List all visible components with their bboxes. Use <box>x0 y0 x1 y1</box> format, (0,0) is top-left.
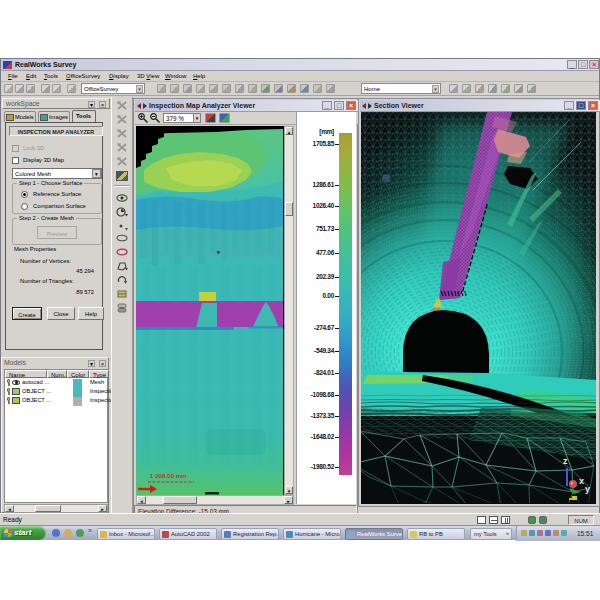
svg-text:y: y <box>585 484 590 494</box>
svg-text:z: z <box>563 456 568 466</box>
svg-text:x: x <box>579 476 584 486</box>
svg-text:1 208.00 mm: 1 208.00 mm <box>150 472 187 479</box>
